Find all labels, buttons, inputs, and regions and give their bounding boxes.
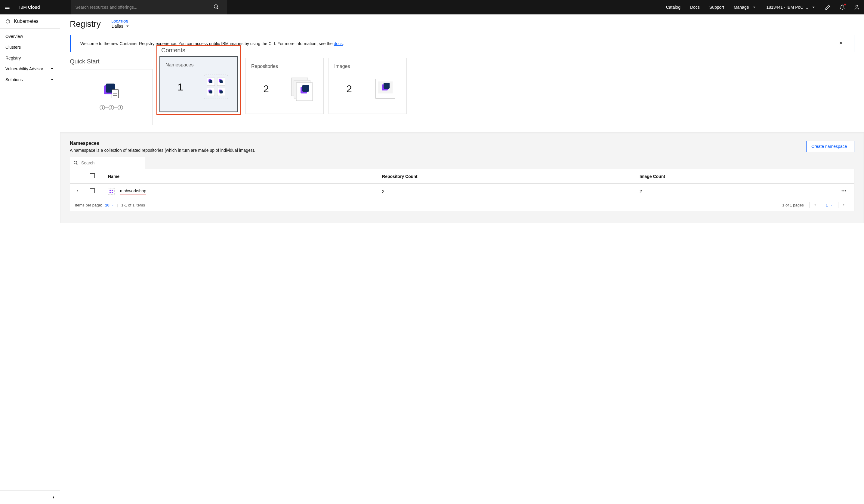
top-header: IBM Cloud Catalog Docs Support Manage 18… (0, 0, 864, 14)
svg-point-38 (843, 190, 844, 191)
edit-icon[interactable] (821, 0, 835, 14)
range-text: 1-1 of 1 items (121, 203, 145, 207)
page-header: Registry LOCATION Dallas (60, 14, 864, 32)
svg-rect-18 (209, 80, 212, 83)
search-button[interactable] (210, 4, 222, 11)
chevron-down-icon (50, 77, 55, 82)
quickstart-section: Quick Start 1 2 3 (70, 58, 154, 125)
chevron-down-icon (811, 5, 816, 10)
global-search[interactable] (71, 0, 227, 14)
table-footer: Items per page: 10 | 1-1 of 1 items 1 of… (70, 199, 854, 211)
pages-text: 1 of 1 pages (782, 203, 804, 207)
page-title: Registry (70, 19, 101, 29)
namespace-search-input[interactable] (81, 160, 141, 165)
next-page-button[interactable] (838, 202, 849, 208)
brand-suffix: Cloud (28, 5, 40, 10)
card-title: Repositories (251, 64, 318, 69)
row-checkbox[interactable] (90, 188, 95, 193)
chevron-down-icon (125, 24, 130, 28)
quickstart-card[interactable]: 1 2 3 (70, 69, 153, 125)
row-image-count: 2 (635, 184, 836, 199)
namespace-name-link[interactable]: mohworkshop (120, 188, 146, 195)
user-avatar-icon[interactable] (850, 0, 864, 14)
chevron-down-icon (111, 204, 114, 207)
namespace-search[interactable] (70, 157, 145, 169)
nav-catalog[interactable]: Catalog (661, 0, 685, 14)
svg-point-0 (856, 5, 858, 7)
repositories-card[interactable]: Repositories 2 (245, 58, 324, 114)
close-icon (838, 40, 843, 45)
namespace-icon (108, 188, 115, 195)
namespaces-description: A namespace is a collection of related r… (70, 148, 255, 153)
nav-docs[interactable]: Docs (685, 0, 705, 14)
banner-docs-link[interactable]: docs (334, 41, 343, 46)
header-right: Catalog Docs Support Manage 1813441 - IB… (661, 0, 864, 14)
namespaces-card[interactable]: Namespaces 1 (159, 56, 238, 112)
svg-rect-21 (220, 80, 223, 83)
images-count: 2 (346, 83, 352, 95)
main-content: Registry LOCATION Dallas Welcome to the … (60, 14, 864, 504)
sidebar-nav: Overview Clusters Registry Vulnerability… (0, 28, 60, 87)
svg-rect-32 (302, 85, 309, 92)
banner-close-button[interactable] (837, 39, 844, 48)
nav-support[interactable]: Support (705, 0, 729, 14)
sidebar-title-text: Kubernetes (14, 19, 38, 24)
repositories-count: 2 (263, 83, 269, 95)
namespaces-count: 1 (178, 81, 183, 93)
col-repo-count[interactable]: Repository Count (377, 169, 635, 184)
namespaces-heading: Namespaces (70, 141, 255, 146)
namespaces-icon (203, 74, 229, 99)
page-select[interactable]: 1 (826, 203, 833, 207)
contents-section: Contents Namespaces 1 (156, 58, 854, 115)
sidebar-item-overview[interactable]: Overview (0, 31, 60, 42)
select-all-checkbox[interactable] (90, 173, 95, 178)
namespaces-section: Namespaces A namespace is a collection o… (60, 132, 864, 223)
chevron-down-icon (50, 66, 55, 71)
col-image-count[interactable]: Image Count (635, 169, 836, 184)
brand[interactable]: IBM Cloud (14, 5, 45, 10)
svg-point-39 (845, 190, 846, 191)
col-name[interactable]: Name (103, 169, 377, 184)
row-overflow-menu[interactable] (836, 184, 854, 199)
search-input[interactable] (75, 5, 210, 10)
sidebar-item-vulnerability-advisor[interactable]: Vulnerability Advisor (0, 63, 60, 74)
svg-text:1: 1 (101, 106, 103, 109)
svg-rect-36 (384, 83, 389, 89)
prev-page-button[interactable] (809, 202, 820, 208)
location-label: LOCATION (112, 20, 130, 23)
chevron-down-icon (752, 5, 757, 10)
svg-rect-27 (220, 90, 223, 94)
card-title: Namespaces (166, 62, 232, 67)
svg-text:2: 2 (110, 106, 112, 109)
svg-text:3: 3 (119, 106, 121, 109)
sidebar-item-clusters[interactable]: Clusters (0, 42, 60, 53)
items-per-page-select[interactable]: 10 (105, 203, 114, 207)
sidebar-item-registry[interactable]: Registry (0, 53, 60, 63)
svg-rect-24 (209, 90, 212, 94)
kubernetes-icon (5, 19, 10, 24)
row-repo-count: 2 (377, 184, 635, 199)
sidebar-title[interactable]: Kubernetes (0, 14, 60, 28)
card-title: Images (334, 64, 401, 69)
location-selector[interactable]: LOCATION Dallas (112, 20, 130, 28)
expand-row-icon[interactable] (75, 188, 80, 193)
sidebar-item-solutions[interactable]: Solutions (0, 74, 60, 85)
account-selector[interactable]: 1813441 - IBM PoC ... (761, 5, 821, 10)
contents-heading: Contents (161, 47, 238, 54)
images-card[interactable]: Images 2 (328, 58, 407, 114)
notification-dot (844, 4, 846, 5)
items-per-page-label: Items per page: (75, 203, 102, 207)
sidebar-collapse-button[interactable] (0, 491, 60, 504)
images-icon (373, 76, 398, 101)
sidebar: Kubernetes Overview Clusters Registry Vu… (0, 14, 60, 504)
create-namespace-button[interactable]: Create namespace (806, 141, 854, 152)
brand-prefix: IBM (19, 5, 27, 10)
chevron-down-icon (830, 204, 833, 207)
nav-manage[interactable]: Manage (729, 0, 762, 14)
location-value: Dallas (112, 24, 123, 28)
table-row: mohworkshop 2 2 (70, 184, 854, 199)
account-label: 1813441 - IBM PoC ... (766, 5, 808, 10)
svg-point-37 (842, 190, 843, 191)
menu-toggle[interactable] (0, 0, 14, 14)
notifications-icon[interactable] (835, 0, 850, 14)
